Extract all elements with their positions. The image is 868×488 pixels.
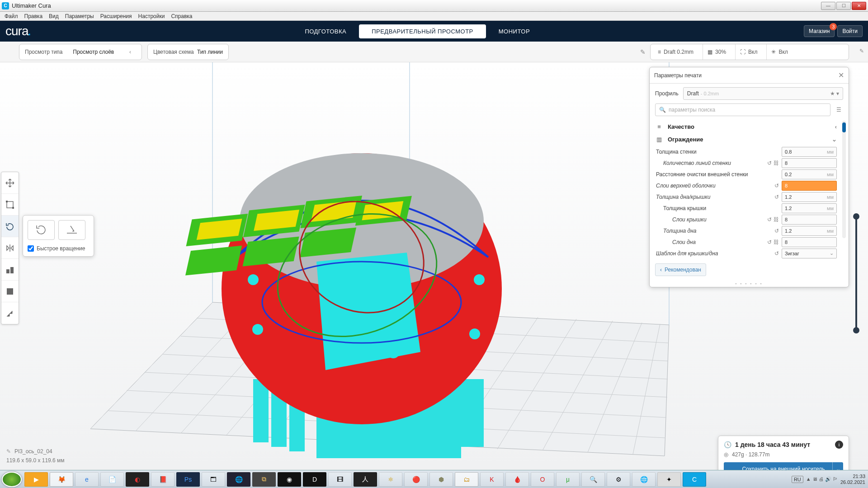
marketplace-button[interactable]: Магазин 3 xyxy=(804,25,835,37)
input-wall-line-count[interactable]: 8 xyxy=(782,158,837,168)
svg-rect-27 xyxy=(461,379,484,447)
taskbar-app[interactable]: 🗂 xyxy=(455,472,478,487)
revert-icon[interactable]: ↺ xyxy=(767,239,772,245)
menu-settings[interactable]: Параметры xyxy=(62,12,97,20)
revert-icon[interactable]: ↺ xyxy=(774,183,779,189)
input-bot-thickness[interactable]: 1.2мм xyxy=(782,226,837,236)
taskbar-app[interactable]: 📄 xyxy=(100,472,124,487)
pencil-icon[interactable]: ✎ xyxy=(6,448,11,455)
field-outer-wipe: Расстояние очистки внешней стенки 0.2мм xyxy=(655,169,843,180)
taskbar-app[interactable]: 🔴 xyxy=(404,472,428,487)
taskbar-app-cura[interactable]: C xyxy=(683,472,706,487)
taskbar-app[interactable]: 🗔 xyxy=(202,472,225,487)
input-topbot-thickness[interactable]: 1.2мм xyxy=(782,192,837,202)
menu-preferences[interactable]: Настройки xyxy=(136,12,168,20)
window-minimize-button[interactable]: — xyxy=(821,2,835,10)
fast-rotation-checkbox[interactable]: Быстрое вращение xyxy=(28,245,89,252)
taskbar-app[interactable]: 🌐 xyxy=(227,472,250,487)
print-settings-summary[interactable]: ≡Draft 0.2mm ▦30% ⛶Вкл ✳Вкл ✎ xyxy=(650,44,849,60)
taskbar-app[interactable]: 🌐 xyxy=(632,472,656,487)
taskbar-app[interactable]: ✦ xyxy=(657,472,681,487)
tray-icons[interactable]: ▲ 🖥 🖨 🔊 🏳 xyxy=(806,476,838,482)
hamburger-icon[interactable]: ☰ xyxy=(834,107,843,113)
input-outer-wipe[interactable]: 0.2мм xyxy=(782,169,837,179)
settings-search-input[interactable]: 🔍 параметры поиска xyxy=(655,103,830,116)
taskbar-app[interactable]: 🎞 xyxy=(328,472,352,487)
info-icon[interactable]: i xyxy=(835,441,843,449)
input-top-skin-layers[interactable]: 8 xyxy=(782,181,837,191)
taskbar-app[interactable]: ◉ xyxy=(278,472,301,487)
taskbar-app[interactable]: O xyxy=(531,472,554,487)
menu-view[interactable]: Вид xyxy=(46,12,61,20)
taskbar-app[interactable]: 📕 xyxy=(151,472,175,487)
taskbar-app[interactable]: e xyxy=(75,472,99,487)
profile-selector[interactable]: Draft- 0.2mm ★ ▾ xyxy=(683,87,843,100)
taskbar-app[interactable]: ⚛ xyxy=(379,472,402,487)
taskbar-app[interactable]: 🦊 xyxy=(50,472,73,487)
category-quality[interactable]: ≡ Качество ‹ xyxy=(655,121,843,132)
pencil-icon[interactable]: ✎ xyxy=(638,47,647,56)
input-bot-layers[interactable]: 8 xyxy=(782,237,837,247)
taskbar-app[interactable]: 🔍 xyxy=(581,472,605,487)
input-wall-thickness[interactable]: 0.8мм xyxy=(782,147,837,157)
menu-help[interactable]: Справка xyxy=(168,12,195,20)
taskbar-app[interactable]: ⧉ xyxy=(252,472,276,487)
link-icon[interactable]: ⛓ xyxy=(774,239,779,245)
tab-monitor[interactable]: МОНИТОР xyxy=(486,24,542,38)
tool-rotate[interactable] xyxy=(1,216,19,237)
pencil-icon[interactable]: ✎ xyxy=(859,48,864,54)
taskbar-app[interactable]: Ps xyxy=(176,472,200,487)
menu-extensions[interactable]: Расширения xyxy=(98,12,135,20)
layer-slider-bottom-handle[interactable] xyxy=(853,327,859,333)
language-indicator[interactable]: RU xyxy=(792,476,803,483)
view-type-selector[interactable]: Просмотр типа Просмотр слоёв ‹ xyxy=(19,44,142,60)
panel-resize-handle[interactable]: • • • • • • xyxy=(650,282,849,287)
close-icon[interactable]: ✕ xyxy=(838,71,844,80)
layer-slider-top-handle[interactable] xyxy=(853,213,859,220)
menu-edit[interactable]: Правка xyxy=(22,12,46,20)
revert-icon[interactable]: ↺ xyxy=(774,228,779,234)
lay-flat-button[interactable] xyxy=(58,220,85,240)
select-topbot-pattern[interactable]: Зигзаг⌄ xyxy=(782,249,837,258)
revert-icon[interactable]: ↺ xyxy=(767,160,772,166)
taskbar-app[interactable]: 🩸 xyxy=(505,472,529,487)
revert-icon[interactable]: ↺ xyxy=(774,250,779,257)
taskbar-app[interactable]: D xyxy=(303,472,326,487)
settings-scrollbar[interactable] xyxy=(842,121,846,238)
tool-mirror[interactable] xyxy=(1,237,19,259)
layer-slider[interactable] xyxy=(855,217,857,330)
tool-custom[interactable] xyxy=(1,302,19,324)
fast-rotation-input[interactable] xyxy=(28,245,34,252)
revert-icon[interactable]: ↺ xyxy=(767,216,772,223)
input-top-thickness[interactable]: 1.2мм xyxy=(782,203,837,213)
tab-prepare[interactable]: ПОДГОТОВКА xyxy=(292,24,359,38)
revert-icon[interactable]: ↺ xyxy=(774,194,779,200)
taskbar-clock[interactable]: 21:33 26.02.2021 xyxy=(840,474,865,484)
input-top-layers[interactable]: 8 xyxy=(782,215,837,225)
tool-per-model[interactable] xyxy=(1,259,19,281)
menu-file[interactable]: Файл xyxy=(2,12,21,20)
tab-preview[interactable]: ПРЕДВАРИТЕЛЬНЫЙ ПРОСМОТР xyxy=(359,24,486,38)
tool-support-blocker[interactable] xyxy=(1,281,19,302)
taskbar-app[interactable]: ◐ xyxy=(126,472,149,487)
link-icon[interactable]: ⛓ xyxy=(774,216,779,223)
svg-point-44 xyxy=(469,328,480,339)
window-maximize-button[interactable]: ☐ xyxy=(836,2,851,10)
tool-scale[interactable] xyxy=(1,194,19,216)
start-button[interactable] xyxy=(2,472,22,487)
link-icon[interactable]: ⛓ xyxy=(774,160,779,166)
taskbar-app[interactable]: 人 xyxy=(354,472,377,487)
window-close-button[interactable]: ✕ xyxy=(852,2,866,10)
taskbar-app[interactable]: ▶ xyxy=(24,472,48,487)
taskbar-app[interactable]: K xyxy=(480,472,504,487)
reset-rotation-button[interactable] xyxy=(28,220,55,240)
category-walls[interactable]: ▥ Ограждение ⌄ xyxy=(655,133,843,145)
taskbar-app[interactable]: μ xyxy=(556,472,580,487)
login-button[interactable]: Войти xyxy=(837,25,863,37)
tool-move[interactable] xyxy=(1,172,19,194)
color-scheme-selector[interactable]: Цветовая схема Тип линии xyxy=(147,44,229,60)
panel-title: Параметры печати xyxy=(654,72,702,79)
recommended-button[interactable]: ‹ Рекомендован xyxy=(655,263,706,276)
taskbar-app[interactable]: ⬢ xyxy=(429,472,453,487)
taskbar-app[interactable]: ⚙ xyxy=(607,472,630,487)
